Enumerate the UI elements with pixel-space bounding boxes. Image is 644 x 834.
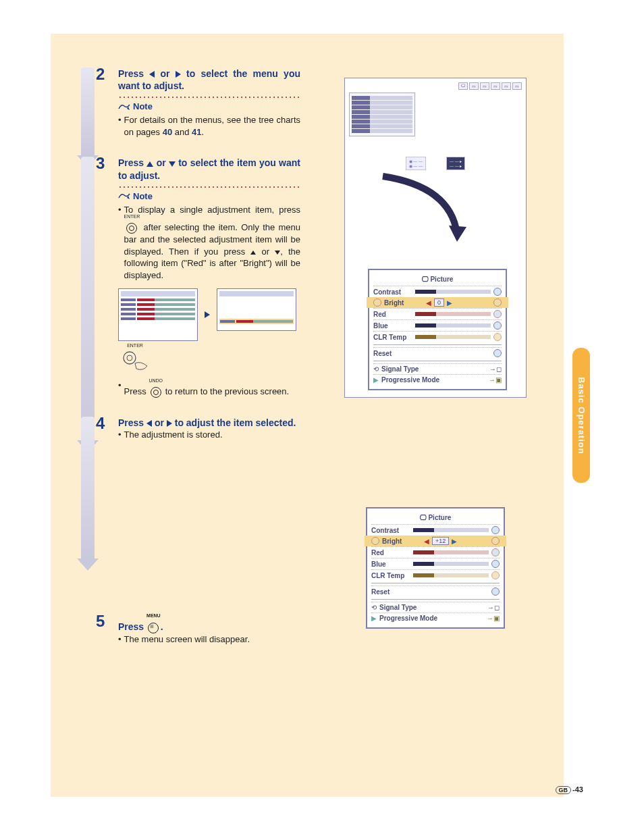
osd-title: Picture: [371, 513, 500, 524]
note-header: Note: [118, 191, 300, 201]
divider-dots: [118, 186, 300, 188]
step-flow-arrow: [81, 417, 95, 558]
instruction-column: 2 Press or to select the menu you want t…: [91, 68, 300, 661]
svg-point-1: [127, 355, 132, 361]
menu-button-icon: [148, 623, 159, 633]
page-number: GB-43: [556, 785, 583, 793]
illustration-column: 🖵▭▭▭▭▭ ◉ ― ―◉ ― ― ― ― ▸― ― ▸ Picture Con…: [344, 78, 527, 629]
osd-value: 0: [434, 298, 444, 307]
step-number: 3: [96, 154, 105, 173]
osd-row-highlight: Bright ◀ 0 ▶: [367, 297, 508, 308]
step-title: Press or to select the item you want to …: [118, 157, 300, 181]
menu-tabs-thumbnail: 🖵▭▭▭▭▭: [349, 82, 522, 90]
osd-panel-step4: Picture Contrast Bright ◀ +12 ▶ Red Blue…: [366, 507, 505, 629]
left-arrow-icon: [146, 420, 152, 427]
osd-thumbnail-single: [217, 288, 296, 331]
step-3: 3 Press or to select the item you want t…: [91, 157, 300, 397]
hint-boxes: ◉ ― ―◉ ― ― ― ― ▸― ― ▸: [349, 157, 522, 170]
down-arrow-icon: [169, 161, 176, 167]
osd-row-highlight: Bright ◀ +12 ▶: [365, 536, 506, 546]
divider-dots: [118, 96, 300, 99]
note-bullet: • For details on the menus, see the tree…: [118, 114, 300, 138]
step-number: 4: [96, 414, 105, 433]
curved-arrow-icon: [369, 173, 477, 247]
step-bullet: •The menu screen will disappear.: [118, 633, 300, 646]
region-badge: GB: [556, 786, 572, 794]
enter-press-illustration: ENTER: [118, 345, 152, 374]
screen-sequence-frame: 🖵▭▭▭▭▭ ◉ ― ―◉ ― ― ― ― ▸― ― ▸ Picture Con…: [344, 78, 527, 398]
osd-value: +12: [432, 537, 449, 545]
page-link-41[interactable]: 41: [192, 127, 201, 137]
menu-thumbnail: [349, 93, 415, 136]
note-header: Note: [118, 101, 300, 111]
step-bullet: •The adjustment is stored.: [118, 429, 300, 441]
undo-button-icon: [151, 387, 161, 398]
step-title: Press or to select the menu you want to …: [118, 68, 300, 92]
step-flow-arrow: [81, 157, 95, 440]
note-bullet: • Press UNDO to return to the previous s…: [118, 380, 300, 398]
osd-panel-step3: Picture Contrast Bright ◀ 0 ▶ Red Blue C…: [368, 269, 507, 390]
step-number: 5: [96, 612, 105, 631]
right-arrow-icon: [205, 311, 210, 318]
step-number: 2: [96, 65, 105, 84]
step-5: 5 Press MENU. •The menu screen will disa…: [91, 615, 300, 645]
illustration-row: [118, 288, 300, 341]
step-flow-arrow: [81, 68, 95, 155]
page-link-40[interactable]: 40: [163, 127, 172, 137]
up-arrow-icon: [146, 161, 153, 167]
step-title: Press MENU.: [118, 615, 300, 633]
step-2: 2 Press or to select the menu you want t…: [91, 68, 300, 138]
down-arrow-icon: [275, 251, 280, 255]
svg-point-0: [124, 352, 136, 364]
enter-button-icon: [126, 223, 137, 234]
osd-thumbnail-full: [118, 288, 198, 341]
right-arrow-icon: [176, 71, 181, 78]
note-bullet: • To display a single adjustment item, p…: [118, 204, 300, 282]
step-4: 4 Press or to adjust the item selected. …: [91, 417, 300, 599]
step-title: Press or to adjust the item selected.: [118, 417, 300, 429]
osd-title: Picture: [373, 274, 502, 286]
right-arrow-icon: [167, 420, 172, 427]
section-tab: Basic Operation: [572, 348, 590, 483]
